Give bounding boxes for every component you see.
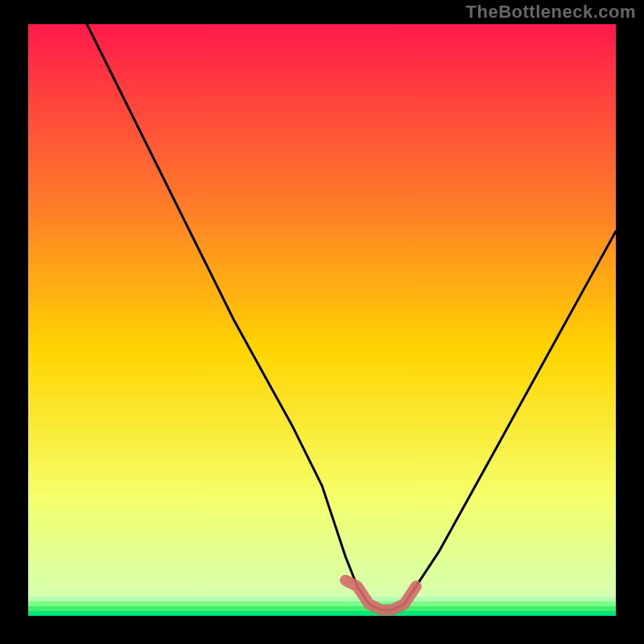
chart-frame: TheBottleneck.com xyxy=(0,0,644,644)
chart-svg xyxy=(28,24,616,616)
chart-gradient-bg xyxy=(28,24,616,616)
chart-bottom-band xyxy=(28,611,616,616)
chart-bottom-band xyxy=(28,597,616,601)
chart-bottom-band xyxy=(28,601,616,606)
chart-plot-area xyxy=(28,24,616,616)
chart-bottom-band xyxy=(28,606,616,611)
watermark-text: TheBottleneck.com xyxy=(466,2,636,23)
